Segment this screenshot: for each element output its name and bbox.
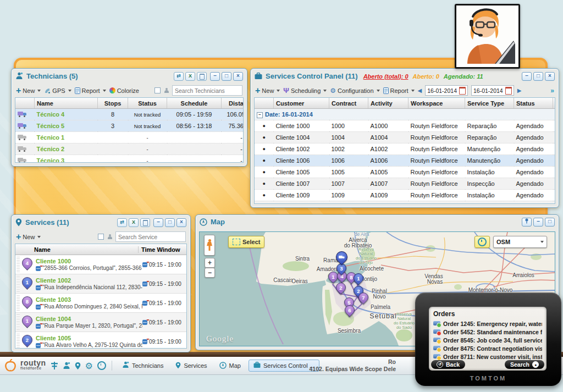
taskbar-item-services[interactable]: Services <box>171 360 211 372</box>
maximize-button[interactable]: □ <box>222 72 231 81</box>
service-row[interactable]: ●Cliente 10091009A1009Routyn FieldforceI… <box>255 190 555 201</box>
close-button[interactable]: × <box>545 72 555 81</box>
service-row[interactable]: ●Cliente 10071007A1007Routyn FieldforceI… <box>255 178 555 190</box>
tomtom-order-item[interactable]: Order 5452: Standard maintenance for hea… <box>433 328 542 336</box>
service-list-item[interactable]: 8Cliente 1003"Rua Afonso Domingues 2, 28… <box>15 294 186 313</box>
clock-tool-icon[interactable] <box>97 361 106 370</box>
tomtom-order-item[interactable]: Order 8545: Job code 34, full service of… <box>433 336 542 344</box>
service-row[interactable]: ●Cliente 10041004A1004Routyn FieldforceR… <box>255 132 555 143</box>
tomtom-search-button[interactable]: Search ● <box>505 360 544 369</box>
colorize-button[interactable]: Colorize <box>109 87 139 94</box>
trash-icon[interactable] <box>197 72 207 81</box>
geocode-icon <box>36 324 41 329</box>
new-button[interactable]: +New <box>16 87 41 95</box>
column-header[interactable] <box>255 98 274 109</box>
close-button[interactable]: × <box>233 72 243 81</box>
column-header[interactable]: Customer <box>274 98 329 109</box>
taskbar-item-technicians[interactable]: Technicians <box>118 360 168 372</box>
excel-export-icon[interactable]: X <box>129 218 139 227</box>
column-header[interactable]: Confirmation <box>553 98 556 109</box>
zoom-out-button[interactable]: − <box>205 268 215 278</box>
column-header[interactable]: Workspace <box>409 98 465 109</box>
taskbar-item-map[interactable]: Map <box>215 360 245 372</box>
refresh-icon[interactable]: ⇄ <box>174 72 184 81</box>
technician-row[interactable]: Técnico 53Not tracked08:56 - 13:1875.36 … <box>15 120 244 132</box>
technician-row[interactable]: Técnico 2--0 <box>15 143 244 155</box>
collapse-icon[interactable]: − <box>257 112 263 118</box>
trash-icon[interactable] <box>140 218 150 227</box>
drag-handle[interactable] <box>16 276 20 291</box>
settings-gear-icon[interactable]: ⚙ <box>85 361 93 371</box>
column-header[interactable]: Service Type <box>465 98 514 109</box>
prev-date-arrow[interactable]: ◀ <box>418 87 422 93</box>
next-date-arrow[interactable]: ▶ <box>517 87 522 93</box>
service-list-item[interactable]: 1Cliente 1004"Rua Parque Mayer 1, 2820, … <box>15 313 186 332</box>
scheduling-button[interactable]: ΨScheduling <box>283 86 327 95</box>
service-row[interactable]: ●Cliente 10051005A1005Routyn FieldforceI… <box>255 167 555 178</box>
maximize-button[interactable]: □ <box>533 72 543 81</box>
route-tool-icon[interactable] <box>51 361 58 370</box>
column-header[interactable]: Status <box>514 98 553 109</box>
technician-row[interactable]: Técnico 48Not tracked09:05 - 19:59106.05… <box>15 109 244 120</box>
date-to-field[interactable]: 16-01-2014 <box>471 85 514 96</box>
cell-service-type: Inspecção <box>465 178 514 190</box>
gps-button[interactable]: GPS <box>44 87 71 94</box>
report-button[interactable]: Report <box>75 87 106 94</box>
column-header[interactable]: Activity <box>368 98 409 109</box>
new-button[interactable]: +New <box>255 87 280 95</box>
group-row[interactable]: −Date: 16-01-2014 <box>255 109 555 120</box>
column-header[interactable]: Schedule <box>167 98 222 109</box>
select-all-checkbox[interactable] <box>98 234 104 240</box>
drag-handle[interactable] <box>16 314 20 330</box>
select-tool-button[interactable]: Select <box>228 236 264 248</box>
service-row[interactable]: ●Cliente 10061006A1006Routyn FieldforceM… <box>255 155 555 167</box>
tomtom-back-button[interactable]: ↺ Back <box>431 360 465 369</box>
minimize-button[interactable]: – <box>153 218 163 227</box>
minimize-button[interactable]: – <box>533 218 543 227</box>
history-clock-button[interactable] <box>474 236 490 248</box>
tomtom-order-item[interactable]: Order 8475: Contract negotiation visit <box>433 344 542 352</box>
new-button[interactable]: +New <box>16 233 41 241</box>
service-list-item[interactable]: 1Cliente 1002"Rua Independência Nacional… <box>15 274 186 294</box>
technician-tool-icon[interactable] <box>63 362 70 370</box>
pin-tool-icon[interactable] <box>75 362 81 370</box>
search-service-input[interactable] <box>115 231 186 242</box>
layer-select-dropdown[interactable]: OSM <box>493 236 547 248</box>
search-technicians-input[interactable] <box>172 85 242 96</box>
drag-handle[interactable] <box>16 334 20 349</box>
column-header[interactable]: Status <box>128 98 167 109</box>
date-from-field[interactable]: 16-01-2014 <box>425 85 468 96</box>
technician-row[interactable]: Técnico 3--0 <box>15 155 244 163</box>
maximize-button[interactable]: □ <box>545 218 555 227</box>
toolbar-overflow-chevron[interactable]: » <box>550 87 554 95</box>
refresh-icon[interactable]: ⇄ <box>117 218 127 227</box>
drag-handle[interactable] <box>16 257 20 272</box>
pegman-control[interactable] <box>204 235 215 256</box>
maximize-button[interactable]: □ <box>165 218 175 227</box>
zoom-in-button[interactable]: + <box>205 258 215 268</box>
services-control-panel-window: Services Control Panel (11) Aberto (tota… <box>250 68 559 208</box>
minimize-button[interactable]: – <box>522 72 532 81</box>
column-header[interactable]: Stops <box>98 98 128 109</box>
close-button[interactable]: × <box>176 218 186 227</box>
service-row[interactable]: ●Cliente 10001000A1000Routyn FieldforceR… <box>255 120 555 132</box>
excel-export-icon[interactable]: X <box>185 72 195 81</box>
tomtom-order-item[interactable]: Order 1245: Emergency repair, water dama… <box>433 319 542 328</box>
cell-workspace: Routyn Fieldforce <box>409 190 465 201</box>
service-list-item[interactable]: 2Cliente 1005"Rua Álvaro Velho A, 2975-1… <box>15 332 186 349</box>
minimize-button[interactable]: – <box>210 72 220 81</box>
technician-row[interactable]: Técnico 1--0 <box>15 132 244 143</box>
configuration-button[interactable]: ⚙Configuration <box>330 87 379 95</box>
drag-handle[interactable] <box>16 295 20 311</box>
column-header[interactable]: Contract <box>329 98 368 109</box>
column-header[interactable]: Name <box>35 98 98 109</box>
report-button[interactable]: Report <box>383 87 415 94</box>
service-row[interactable]: ●Cliente 10031003A1003Routyn FieldforceI… <box>255 201 555 205</box>
pushpin-button[interactable] <box>522 218 532 227</box>
service-list-item[interactable]: 4Cliente 1000"2855-366 Corroios, Portuga… <box>15 255 186 274</box>
column-header[interactable] <box>15 98 35 109</box>
service-row[interactable]: ●Cliente 10021002A1002Routyn FieldforceM… <box>255 143 555 155</box>
select-all-checkbox[interactable] <box>154 87 161 93</box>
tomtom-order-item[interactable]: Order 8711: New customer visit, installa… <box>433 352 542 361</box>
column-header[interactable]: Distance <box>222 98 244 109</box>
